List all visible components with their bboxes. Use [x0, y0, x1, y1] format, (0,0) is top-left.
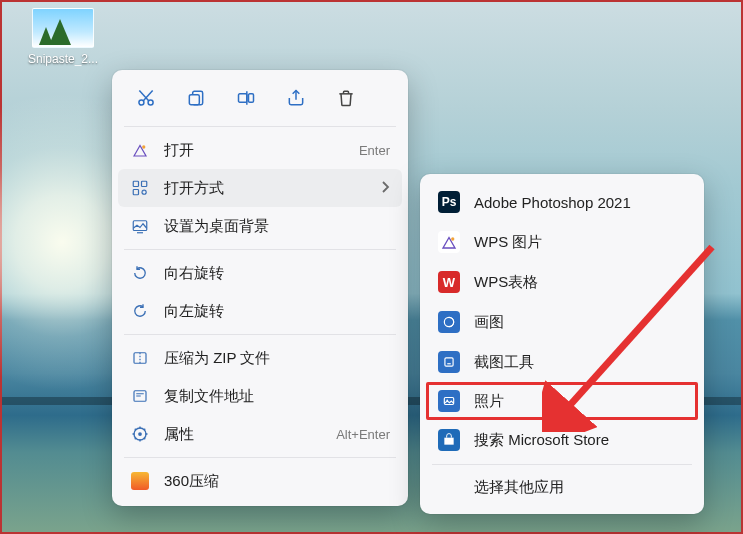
copy-icon[interactable]	[182, 84, 210, 112]
open-with-label: WPS表格	[474, 273, 686, 292]
separator	[124, 126, 396, 127]
open-with-photos[interactable]: 照片	[426, 382, 698, 420]
copy-path-icon	[130, 386, 150, 406]
menu-item-label: 向右旋转	[164, 264, 390, 283]
menu-item-open[interactable]: 打开 Enter	[118, 131, 402, 169]
delete-icon[interactable]	[332, 84, 360, 112]
svg-rect-5	[249, 94, 254, 102]
svg-rect-3	[189, 95, 199, 105]
menu-item-label: 压缩为 ZIP 文件	[164, 349, 390, 368]
ms-store-icon	[438, 429, 460, 451]
rotate-left-icon	[130, 301, 150, 321]
desktop-file-label: Snipaste_2...	[24, 52, 102, 66]
svg-point-0	[139, 100, 144, 105]
menu-item-label: 设置为桌面背景	[164, 217, 390, 236]
open-with-paint[interactable]: 画图	[426, 302, 698, 342]
menu-item-label: 360压缩	[164, 472, 390, 491]
open-with-snipping-tool[interactable]: 截图工具	[426, 342, 698, 382]
open-with-photoshop[interactable]: Ps Adobe Photoshop 2021	[426, 182, 698, 222]
open-with-search-store[interactable]: 搜索 Microsoft Store	[426, 420, 698, 460]
menu-item-rotate-left[interactable]: 向左旋转	[118, 292, 402, 330]
properties-icon	[130, 424, 150, 444]
menu-item-label: 属性	[164, 425, 322, 444]
svg-rect-4	[239, 94, 247, 102]
paint-icon	[438, 311, 460, 333]
separator	[124, 334, 396, 335]
menu-item-360zip[interactable]: 360压缩	[118, 462, 402, 500]
photos-icon	[438, 390, 460, 412]
svg-point-1	[148, 100, 153, 105]
open-with-label: 截图工具	[474, 353, 686, 372]
snip-icon	[438, 351, 460, 373]
svg-rect-12	[134, 353, 146, 364]
rotate-right-icon	[130, 263, 150, 283]
svg-rect-7	[133, 181, 138, 186]
separator	[124, 457, 396, 458]
open-with-label: 选择其他应用	[474, 478, 564, 495]
menu-item-set-wallpaper[interactable]: 设置为桌面背景	[118, 207, 402, 245]
desktop-wallpaper: Snipaste_2...	[0, 0, 743, 534]
svg-rect-18	[445, 358, 453, 366]
zip-360-icon	[130, 471, 150, 491]
svg-rect-9	[133, 190, 138, 195]
menu-item-label: 向左旋转	[164, 302, 390, 321]
open-with-wps-image[interactable]: WPS 图片	[426, 222, 698, 262]
open-with-wps-sheet[interactable]: W WPS表格	[426, 262, 698, 302]
open-icon	[130, 140, 150, 160]
zip-icon	[130, 348, 150, 368]
menu-item-shortcut: Alt+Enter	[336, 427, 390, 442]
open-with-icon	[130, 178, 150, 198]
svg-point-6	[142, 145, 145, 148]
wps-image-icon	[438, 231, 460, 253]
open-with-flyout: Ps Adobe Photoshop 2021 WPS 图片 W WPS表格 画	[420, 174, 704, 514]
chevron-right-icon	[380, 180, 390, 197]
menu-item-properties[interactable]: 属性 Alt+Enter	[118, 415, 402, 453]
open-with-label: 画图	[474, 313, 686, 332]
photoshop-icon: Ps	[438, 191, 460, 213]
share-icon[interactable]	[282, 84, 310, 112]
open-with-label: 搜索 Microsoft Store	[474, 431, 686, 450]
image-thumbnail-icon	[32, 8, 94, 48]
desktop-file-icon[interactable]: Snipaste_2...	[24, 8, 102, 66]
svg-rect-8	[142, 181, 147, 186]
menu-item-label: 复制文件地址	[164, 387, 390, 406]
open-with-label: WPS 图片	[474, 233, 686, 252]
cut-icon[interactable]	[132, 84, 160, 112]
context-menu: 打开 Enter 打开方式	[112, 70, 408, 506]
menu-item-label: 打开	[164, 141, 345, 160]
menu-item-label: 打开方式	[164, 179, 366, 198]
svg-point-16	[451, 237, 454, 240]
menu-item-rotate-right[interactable]: 向右旋转	[118, 254, 402, 292]
svg-point-15	[138, 432, 142, 436]
open-with-choose-other[interactable]: 选择其他应用	[426, 469, 698, 506]
menu-item-open-with[interactable]: 打开方式	[118, 169, 402, 207]
rename-icon[interactable]	[232, 84, 260, 112]
separator	[124, 249, 396, 250]
menu-item-shortcut: Enter	[359, 143, 390, 158]
context-toolbar	[118, 78, 402, 122]
svg-rect-19	[444, 398, 453, 405]
separator	[432, 464, 692, 465]
wps-sheet-icon: W	[438, 271, 460, 293]
open-with-label: Adobe Photoshop 2021	[474, 194, 686, 211]
menu-item-compress-zip[interactable]: 压缩为 ZIP 文件	[118, 339, 402, 377]
wallpaper-icon	[130, 216, 150, 236]
open-with-label: 照片	[474, 392, 686, 411]
menu-item-copy-path[interactable]: 复制文件地址	[118, 377, 402, 415]
